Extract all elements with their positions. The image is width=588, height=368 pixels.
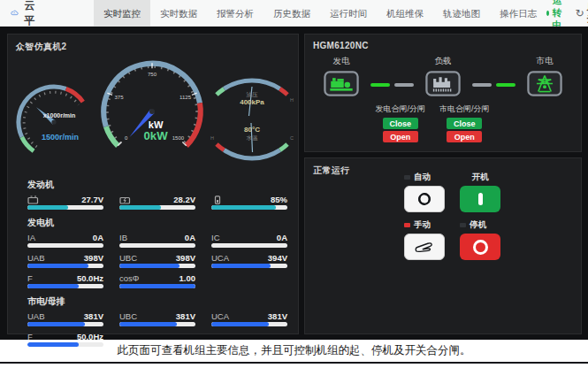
generator-section-title: 发电机 bbox=[27, 217, 287, 229]
controller-model-title: HGM6120NC bbox=[313, 41, 369, 50]
mains-open-button[interactable]: Open bbox=[447, 131, 482, 142]
gen-breaker-label: 发电合闸/分闸 bbox=[375, 104, 425, 115]
gen-open-button[interactable]: Open bbox=[383, 131, 418, 142]
speed-value: 1500r/min bbox=[42, 133, 79, 142]
metric-mains-uca: UCA381V bbox=[211, 310, 287, 329]
battery-voltage-metric: 27.7V bbox=[27, 194, 103, 212]
metric-ib: IB0A bbox=[119, 232, 195, 250]
app-window: 智云平台 实时监控 实时数据 报警分析 历史数据 运行时间 机组维保 轨迹地图 … bbox=[0, 0, 588, 368]
auto-indicator bbox=[404, 175, 410, 180]
start-control: 开机 bbox=[460, 172, 500, 212]
power-value: 0kW bbox=[144, 129, 169, 142]
generator-metrics: IA0A IB0A IC0A UAB398V bbox=[27, 232, 287, 291]
tab-unit-maintenance[interactable]: 机组维保 bbox=[377, 0, 433, 27]
metric-cos-phi: cosΦ1.00 bbox=[119, 272, 195, 291]
control-buttons: 自动 开机 bbox=[404, 172, 581, 260]
metric-gen-uca: UCA394V bbox=[211, 252, 287, 271]
charger-voltage-bar bbox=[119, 205, 161, 210]
generator-icon bbox=[324, 71, 359, 96]
charger-voltage-metric: 28.2V bbox=[119, 194, 195, 212]
manual-indicator bbox=[404, 223, 410, 227]
fuel-level-icon bbox=[211, 196, 224, 204]
top-header: 智云平台 实时监控 实时数据 报警分析 历史数据 运行时间 机组维保 轨迹地图 … bbox=[0, 0, 588, 27]
restart-icon: ↻ bbox=[576, 7, 584, 19]
load-icon bbox=[425, 71, 461, 96]
power-tick-750: 750 bbox=[148, 71, 157, 77]
fuel-level-metric: 85% bbox=[211, 194, 287, 212]
start-button[interactable] bbox=[460, 186, 500, 212]
metric-mains-ubc: UBC381V bbox=[119, 310, 195, 329]
tab-operation-log[interactable]: 操作日志 bbox=[490, 0, 546, 27]
metric-gen-ubc: UBC398V bbox=[119, 252, 195, 271]
auto-mode-control: 自动 bbox=[404, 172, 445, 212]
power-flow-panel: HGM6120NC 发电 负载 bbox=[304, 34, 582, 152]
metric-gen-freq: F50.0Hz bbox=[27, 272, 103, 291]
tab-run-time[interactable]: 运行时间 bbox=[320, 0, 377, 27]
breaker-controls: 发电合闸/分闸 Close Open 市电合闸/分闸 Close Open bbox=[294, 104, 570, 142]
temp-label: 水温 bbox=[247, 134, 259, 142]
tab-realtime-monitor[interactable]: 实时监控 bbox=[94, 0, 150, 27]
start-label: 开机 bbox=[472, 172, 489, 183]
charger-voltage-value: 28.2V bbox=[173, 195, 195, 204]
metric-gen-uab: UAB398V bbox=[27, 252, 103, 271]
gen-close-button[interactable]: Close bbox=[383, 118, 418, 129]
power-gauge: 0 375 750 1125 1500 kW 0kW bbox=[89, 47, 215, 172]
power-tick-0: 0 bbox=[125, 134, 128, 141]
oil-value: 400kPa bbox=[240, 98, 264, 106]
metric-mains-uab: UAB381V bbox=[27, 310, 103, 329]
engine-section-title: 发动机 bbox=[27, 179, 287, 191]
tab-realtime-data[interactable]: 实时数据 bbox=[150, 0, 207, 27]
hand-icon bbox=[414, 240, 435, 255]
run-state-title: 正常运行 bbox=[313, 165, 349, 177]
engine-metrics: 27.7V 28.2V bbox=[27, 194, 287, 212]
power-tick-1125: 1125 bbox=[179, 94, 192, 100]
metric-mains-freq: F50.0Hz bbox=[27, 331, 103, 349]
tab-track-map[interactable]: 轨迹地图 bbox=[433, 0, 490, 27]
metric-ia: IA0A bbox=[27, 232, 103, 250]
link-gen-gray bbox=[394, 83, 414, 87]
generator-node: 发电 bbox=[317, 56, 366, 96]
oil-label: 油压 bbox=[247, 91, 259, 98]
manual-mode-button[interactable] bbox=[404, 234, 445, 260]
generator-node-label: 发电 bbox=[333, 56, 350, 67]
stop-button[interactable] bbox=[460, 234, 500, 260]
load-node: 负载 bbox=[418, 56, 468, 96]
stop-label: 停机 bbox=[470, 219, 486, 231]
mains-breaker-group: 市电合闸/分闸 Close Open bbox=[439, 104, 490, 142]
power-tick-1500: 1500 bbox=[172, 134, 185, 141]
auto-swirl-icon bbox=[416, 190, 433, 208]
status-dot-icon bbox=[546, 11, 549, 16]
fuel-level-bar bbox=[211, 205, 276, 210]
stop-indicator bbox=[460, 223, 466, 227]
auto-label: 自动 bbox=[414, 172, 431, 183]
battery-voltage-value: 27.7V bbox=[81, 195, 103, 204]
cloud-logo-icon bbox=[11, 6, 19, 19]
mains-metrics: UAB381V UBC381V UCA381V F50.0Hz bbox=[27, 310, 287, 349]
temp-value: 80°C bbox=[244, 126, 260, 134]
stop-control: 停机 bbox=[460, 220, 500, 260]
mains-breaker-label: 市电合闸/分闸 bbox=[439, 104, 490, 115]
mains-close-button[interactable]: Close bbox=[447, 118, 482, 129]
link-mains-gray bbox=[472, 83, 492, 87]
stop-icon bbox=[473, 240, 488, 255]
fuel-level-value: 85% bbox=[271, 195, 287, 204]
metric-ic: IC0A bbox=[211, 232, 287, 250]
battery-icon bbox=[27, 196, 40, 204]
temp-low-mark: C bbox=[290, 135, 294, 141]
mains-node: 市电 bbox=[520, 56, 569, 96]
manual-mode-control: 手动 bbox=[404, 220, 445, 260]
tab-history-data[interactable]: 历史数据 bbox=[263, 0, 320, 27]
link-mains-green bbox=[496, 83, 515, 87]
power-tick-375: 375 bbox=[114, 94, 124, 100]
tab-alarm-analysis[interactable]: 报警分析 bbox=[207, 0, 263, 27]
unit-overview-panel: 众智仿真机2 x1000r/min 1500r/min bbox=[7, 34, 299, 334]
unit-title: 众智仿真机2 bbox=[16, 41, 66, 53]
battery-voltage-bar bbox=[27, 205, 68, 210]
load-node-label: 负载 bbox=[435, 56, 452, 67]
mains-section-title: 市电/母排 bbox=[27, 295, 287, 308]
auto-mode-button[interactable] bbox=[404, 186, 445, 212]
main-content: 众智仿真机2 x1000r/min 1500r/min bbox=[0, 27, 588, 340]
mains-icon bbox=[527, 71, 562, 96]
oil-high-mark: H bbox=[290, 97, 294, 103]
link-gen-green bbox=[370, 83, 390, 87]
